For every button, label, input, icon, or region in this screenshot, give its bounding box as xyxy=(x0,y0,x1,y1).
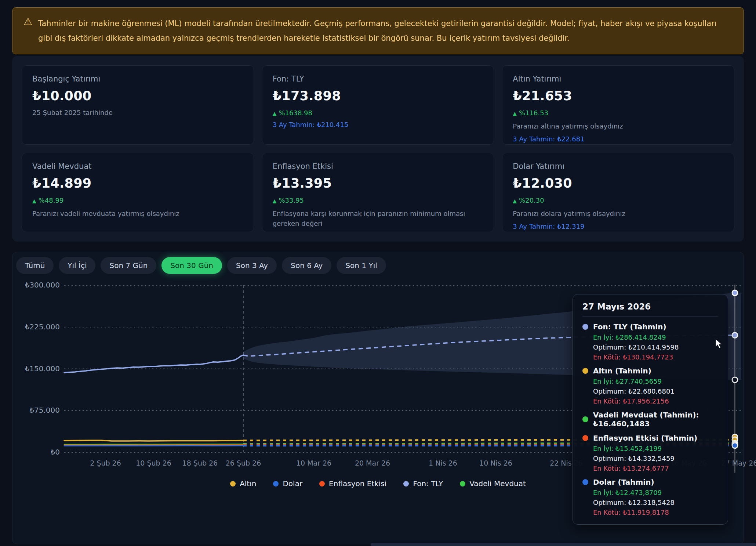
card-title: Başlangıç Yatırımı xyxy=(32,75,243,83)
stat-card-vadeli-mevduat: Vadeli Mevduat₺14.899▲%48.99Paranızı vad… xyxy=(22,153,254,232)
card-description: Paranızı altına yatırmış olsaydınız xyxy=(513,121,724,131)
tooltip-optimum-value: Optimum: ₺12.318,5428 xyxy=(593,499,718,506)
card-description: Enflasyona karşı korunmak için paranızın… xyxy=(273,209,484,228)
tooltip-section-dolar-tahmin: Dolar (Tahmin)En İyi: ₺12.473,8709Optimu… xyxy=(582,478,718,516)
filter-son-6-ay[interactable]: Son 6 Ay xyxy=(282,257,331,274)
card-value: ₺13.395 xyxy=(273,176,484,191)
horizontal-scrollbar-thumb[interactable] xyxy=(371,543,756,546)
data-point-marker xyxy=(732,377,738,383)
filter-son-3-ay[interactable]: Son 3 Ay xyxy=(227,257,277,274)
up-arrow-icon: ▲ xyxy=(513,198,517,204)
series-history-enflasyon-etkisi xyxy=(64,445,243,445)
stat-card-altin-yatirimi: Altın Yatırımı₺21.653▲%116.53Paranızı al… xyxy=(502,65,734,145)
legend-item-enflasyon-etkisi[interactable]: Enflasyon Etkisi xyxy=(319,479,386,488)
tooltip-optimum-value: Optimum: ₺14.332,5459 xyxy=(593,455,718,462)
tooltip-series-header: Fon: TLY (Tahmin) xyxy=(582,322,718,331)
x-tick-label: 26 Şub 26 xyxy=(226,459,261,467)
y-tick-label: ₺150.000 xyxy=(25,364,60,373)
stat-card-baslangic-yatirimi: Başlangıç Yatırımı₺10.00025 Şubat 2025 t… xyxy=(22,65,254,145)
y-tick-label: ₺225.000 xyxy=(25,322,60,331)
tooltip-series-header: Dolar (Tahmin) xyxy=(582,478,718,487)
tooltip-section-vadeli-mevduat-tahmin: Vadeli Mevduat (Tahmin): ₺16.460,1483 xyxy=(582,411,718,428)
tooltip-optimum-value: Optimum: ₺22.680,6801 xyxy=(593,387,718,395)
series-name: Vadeli Mevduat (Tahmin): ₺16.460,1483 xyxy=(593,411,718,428)
card-change: ▲%48.99 xyxy=(32,196,243,204)
warning-icon: ⚠ xyxy=(23,17,32,26)
series-name: Fon: TLY (Tahmin) xyxy=(593,322,666,331)
x-tick-label: 10 Nis 26 xyxy=(479,459,512,467)
legend-item-vadeli-mevduat[interactable]: Vadeli Mevduat xyxy=(460,479,526,488)
legend-label: Altın xyxy=(240,479,256,488)
x-tick-label: 10 Şub 26 xyxy=(136,459,171,467)
legend-dot-icon xyxy=(273,481,279,487)
card-description: Paranızı vadeli mevduata yatırmış olsayd… xyxy=(32,209,243,218)
filter-son-30-gun[interactable]: Son 30 Gün xyxy=(161,257,222,274)
card-change: ▲%116.53 xyxy=(513,109,724,117)
card-change-value: %116.53 xyxy=(519,109,548,117)
tooltip-en-kotu-value: En Kötü: ₺130.194,7723 xyxy=(593,353,718,361)
tooltip-optimum-value: Optimum: ₺210.414,9598 xyxy=(593,343,718,351)
tooltip-date: 27 Mayıs 2026 xyxy=(582,302,718,311)
tooltip-section-enflasyon-etkisi-tahmin: Enflasyon Etkisi (Tahmin)En İyi: ₺15.452… xyxy=(582,434,718,472)
x-tick-label: 2 Şub 26 xyxy=(90,459,121,467)
tooltip-series-header: Vadeli Mevduat (Tahmin): ₺16.460,1483 xyxy=(582,411,718,428)
tooltip-en-i-yi-value: En İyi: ₺286.414,8249 xyxy=(593,333,718,341)
filter-son-7-gun[interactable]: Son 7 Gün xyxy=(101,257,156,274)
stat-card-dolar-yatirimi: Dolar Yatırımı₺12.030▲%20.30Paranızı dol… xyxy=(502,153,734,232)
card-value: ₺12.030 xyxy=(513,176,724,191)
tooltip-section-fon-tly-tahmin: Fon: TLY (Tahmin)En İyi: ₺286.414,8249Op… xyxy=(582,322,718,361)
summary-cards-panel: Başlangıç Yatırımı₺10.00025 Şubat 2025 t… xyxy=(12,56,744,242)
card-description: Paranızı dolara yatırmış olsaydınız xyxy=(513,209,724,218)
legend-label: Dolar xyxy=(283,479,302,488)
legend-dot-icon xyxy=(403,481,409,487)
data-point-marker xyxy=(732,290,738,296)
ml-disclaimer-banner: ⚠ Tahminler bir makine öğrenmesi (ML) mo… xyxy=(12,7,744,54)
chart-tooltip: 27 Mayıs 2026 Fon: TLY (Tahmin)En İyi: ₺… xyxy=(573,294,728,525)
series-name: Altın (Tahmin) xyxy=(593,366,651,375)
tooltip-section-altin-tahmin: Altın (Tahmin)En İyi: ₺27.740,5659Optimu… xyxy=(582,366,718,405)
stat-card-fon-tly: Fon: TLY₺173.898▲%1638.983 Ay Tahmin: ₺2… xyxy=(262,65,494,145)
card-forecast-link: 3 Ay Tahmin: ₺210.415 xyxy=(273,121,484,129)
tooltip-en-kotu-value: En Kötü: ₺13.274,6777 xyxy=(593,464,718,472)
disclaimer-text: Tahminler bir makine öğrenmesi (ML) mode… xyxy=(38,16,731,46)
card-value: ₺173.898 xyxy=(273,88,484,103)
card-value: ₺14.899 xyxy=(32,176,243,191)
card-change-value: %20.30 xyxy=(519,196,544,204)
data-point-marker xyxy=(732,332,738,338)
tooltip-en-i-yi-value: En İyi: ₺12.473,8709 xyxy=(593,489,718,496)
series-dot-icon xyxy=(582,416,588,422)
stat-card-enflasyon-etkisi: Enflasyon Etkisi₺13.395▲%33.95Enflasyona… xyxy=(262,153,494,232)
series-dot-icon xyxy=(582,479,588,485)
card-change: ▲%20.30 xyxy=(513,196,724,204)
card-change-value: %1638.98 xyxy=(279,109,312,117)
card-title: Fon: TLY xyxy=(273,75,484,83)
summary-cards-grid: Başlangıç Yatırımı₺10.00025 Şubat 2025 t… xyxy=(22,65,734,232)
y-tick-label: ₺75.000 xyxy=(29,406,60,415)
tooltip-series-header: Altın (Tahmin) xyxy=(582,366,718,375)
series-dot-icon xyxy=(582,368,588,374)
legend-item-fon-tly[interactable]: Fon: TLY xyxy=(403,479,443,488)
legend-label: Vadeli Mevduat xyxy=(469,479,526,488)
tooltip-en-kotu-value: En Kötü: ₺11.919,8178 xyxy=(593,509,718,516)
filter-tumu[interactable]: Tümü xyxy=(16,257,54,274)
x-tick-label: 18 Şub 26 xyxy=(182,459,218,467)
legend-label: Fon: TLY xyxy=(413,479,443,488)
up-arrow-icon: ▲ xyxy=(273,198,277,204)
tooltip-divider xyxy=(582,317,718,317)
legend-dot-icon xyxy=(319,481,325,487)
card-forecast-link: 3 Ay Tahmin: ₺12.319 xyxy=(513,223,724,230)
filter-son-1-yil[interactable]: Son 1 Yıl xyxy=(337,257,386,274)
y-tick-label: ₺0 xyxy=(51,448,60,456)
legend-item-dolar[interactable]: Dolar xyxy=(273,479,302,488)
time-range-filters: TümüYıl İçiSon 7 GünSon 30 GünSon 3 AySo… xyxy=(16,257,386,274)
card-title: Dolar Yatırımı xyxy=(513,162,724,171)
filter-yil-i-ci[interactable]: Yıl İçi xyxy=(59,257,95,274)
x-tick-label: 10 Mar 26 xyxy=(296,459,331,467)
card-title: Vadeli Mevduat xyxy=(32,162,243,171)
card-forecast-link: 3 Ay Tahmin: ₺22.681 xyxy=(513,135,724,143)
tooltip-en-kotu-value: En Kötü: ₺17.956,2156 xyxy=(593,397,718,405)
series-name: Dolar (Tahmin) xyxy=(593,478,654,487)
legend-item-altin[interactable]: Altın xyxy=(230,479,256,488)
series-name: Enflasyon Etkisi (Tahmin) xyxy=(593,434,697,442)
card-title: Altın Yatırımı xyxy=(513,75,724,83)
